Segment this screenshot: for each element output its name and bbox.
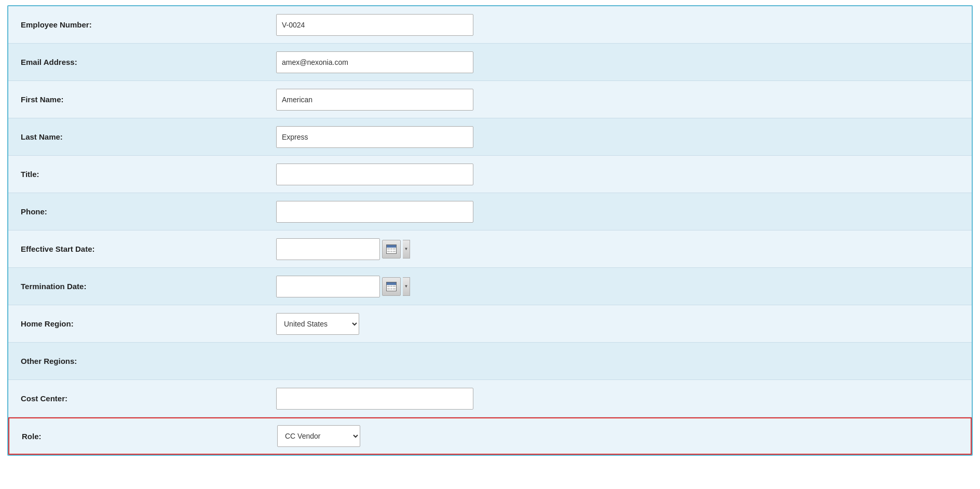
termination-date-calendar-button[interactable] [382,277,401,296]
termination-date-label: Termination Date: [8,274,268,299]
last-name-input[interactable] [276,126,473,148]
termination-date-field: ▼ [268,269,972,304]
role-field: CC Vendor Employee Manager Admin [269,419,971,453]
effective-start-date-row: Effective Start Date: [8,230,972,268]
effective-start-date-input[interactable] [276,238,380,260]
phone-label: Phone: [8,199,268,224]
title-row: Title: [8,156,972,193]
title-field [268,157,972,192]
termination-date-input[interactable] [276,276,380,297]
effective-start-date-dropdown-arrow[interactable]: ▼ [403,240,410,259]
termination-date-dropdown-arrow[interactable]: ▼ [403,277,410,296]
first-name-input[interactable] [276,89,473,111]
calendar-icon [386,244,397,254]
first-name-label: First Name: [8,87,268,112]
other-regions-row: Other Regions: [8,343,972,380]
employee-number-label: Employee Number: [8,12,268,37]
calendar-icon [386,282,397,291]
effective-start-date-label: Effective Start Date: [8,236,268,262]
title-input[interactable] [276,164,473,185]
first-name-row: First Name: [8,81,972,118]
employee-number-row: Employee Number: [8,6,972,44]
effective-start-date-calendar-button[interactable] [382,240,401,259]
other-regions-label: Other Regions: [8,348,268,374]
termination-date-row: Termination Date: [8,268,972,305]
cost-center-field [268,382,972,416]
last-name-row: Last Name: [8,118,972,156]
email-address-row: Email Address: [8,44,972,81]
last-name-field [268,120,972,154]
cost-center-input[interactable] [276,388,473,410]
email-address-label: Email Address: [8,49,268,75]
role-select[interactable]: CC Vendor Employee Manager Admin [277,425,360,447]
effective-start-date-controls: ▼ [276,238,963,260]
cost-center-row: Cost Center: [8,380,972,417]
phone-field [268,195,972,229]
email-address-field [268,45,972,79]
phone-input[interactable] [276,201,473,223]
termination-date-controls: ▼ [276,276,963,297]
other-regions-field [268,355,972,368]
employee-form: Employee Number: Email Address: First Na… [7,5,973,456]
phone-row: Phone: [8,193,972,230]
home-region-field: United States Canada Europe Asia Pacific [268,307,972,341]
email-address-input[interactable] [276,51,473,73]
cost-center-label: Cost Center: [8,386,268,411]
home-region-select[interactable]: United States Canada Europe Asia Pacific [276,313,359,335]
role-row: Role: CC Vendor Employee Manager Admin [8,417,972,455]
home-region-row: Home Region: United States Canada Europe… [8,305,972,343]
home-region-label: Home Region: [8,311,268,336]
title-label: Title: [8,161,268,187]
employee-number-input[interactable] [276,14,473,36]
first-name-field [268,83,972,117]
role-label: Role: [9,424,269,449]
employee-number-field [268,8,972,42]
effective-start-date-field: ▼ [268,232,972,266]
last-name-label: Last Name: [8,124,268,150]
